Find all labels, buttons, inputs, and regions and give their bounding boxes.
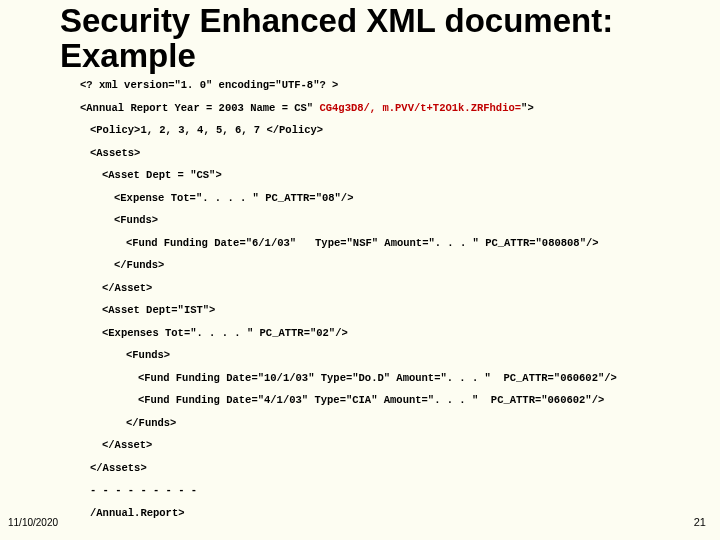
code-line: <Fund Funding Date="10/1/03" Type="Do.D"… (80, 373, 690, 384)
code-line: <Asset Dept = "CS"> (80, 170, 690, 181)
code-line: <Fund Funding Date="4/1/03" Type="CIA" A… (80, 395, 690, 406)
code-text: <Annual Report Year = 2003 Name = CS" (80, 102, 313, 114)
code-line: <Assets> (80, 148, 690, 159)
xml-code-block: <? xml version="1. 0" encoding="UTF-8"? … (80, 80, 690, 530)
code-line: <Fund Funding Date="6/1/03" Type="NSF" A… (80, 238, 690, 249)
code-line: <? xml version="1. 0" encoding="UTF-8"? … (80, 80, 690, 91)
code-line: </Asset> (80, 440, 690, 451)
code-line: <Expense Tot=". . . . " PC_ATTR="08"/> (80, 193, 690, 204)
code-line: </Assets> (80, 463, 690, 474)
code-line: /Annual.Report> (80, 508, 690, 519)
slide: Security Enhanced XML document: Example … (0, 0, 720, 540)
code-line: - - - - - - - - - (80, 485, 690, 496)
code-line: </Funds> (80, 260, 690, 271)
code-line: <Policy>1, 2, 3, 4, 5, 6, 7 </Policy> (80, 125, 690, 136)
code-text: "> (521, 102, 534, 114)
slide-title: Security Enhanced XML document: Example (60, 4, 700, 73)
footer-date: 11/10/2020 (8, 517, 58, 528)
footer-page-number: 21 (694, 516, 706, 528)
code-line: </Asset> (80, 283, 690, 294)
code-line: <Funds> (80, 215, 690, 226)
code-line: <Annual Report Year = 2003 Name = CS" CG… (80, 103, 690, 114)
code-line: <Expenses Tot=". . . . " PC_ATTR="02"/> (80, 328, 690, 339)
code-line: </Funds> (80, 418, 690, 429)
code-red: CG4g3D8/, m.PVV/t+T2O1k.ZRFhdio= (313, 102, 521, 114)
code-line: <Asset Dept="IST"> (80, 305, 690, 316)
code-line: <Funds> (80, 350, 690, 361)
